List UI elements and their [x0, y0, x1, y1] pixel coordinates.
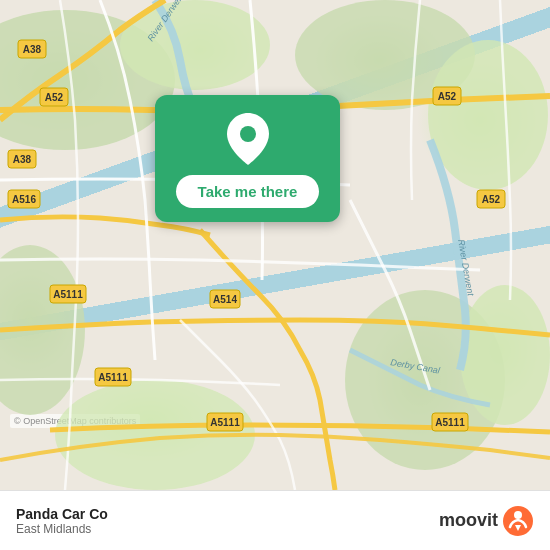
svg-text:A52: A52 [438, 91, 457, 102]
svg-text:A514: A514 [213, 294, 237, 305]
map-container[interactable]: A38 A52 A38 A516 A5111 A5111 A514 A5111 … [0, 0, 550, 490]
location-pin-icon [227, 113, 269, 165]
svg-point-3 [428, 40, 548, 190]
popup: Take me there [155, 95, 340, 222]
moovit-icon [502, 505, 534, 537]
place-region: East Midlands [16, 522, 108, 536]
svg-text:A516: A516 [12, 194, 36, 205]
info-bar: Panda Car Co East Midlands moovit [0, 490, 550, 550]
place-name: Panda Car Co [16, 506, 108, 522]
location-info: Panda Car Co East Midlands [16, 506, 108, 536]
svg-text:A38: A38 [13, 154, 32, 165]
svg-text:A5111: A5111 [98, 372, 128, 383]
svg-point-33 [240, 126, 256, 142]
svg-text:A5111: A5111 [53, 289, 83, 300]
moovit-brand-text: moovit [439, 510, 498, 531]
svg-text:A5111: A5111 [210, 417, 240, 428]
svg-text:A5111: A5111 [435, 417, 465, 428]
svg-text:A52: A52 [45, 92, 64, 103]
take-me-there-button[interactable]: Take me there [176, 175, 320, 208]
roads-svg: A38 A52 A38 A516 A5111 A5111 A514 A5111 … [0, 0, 550, 490]
moovit-logo[interactable]: moovit [439, 505, 534, 537]
svg-text:A38: A38 [23, 44, 42, 55]
svg-point-35 [514, 511, 522, 519]
svg-text:A52: A52 [482, 194, 501, 205]
